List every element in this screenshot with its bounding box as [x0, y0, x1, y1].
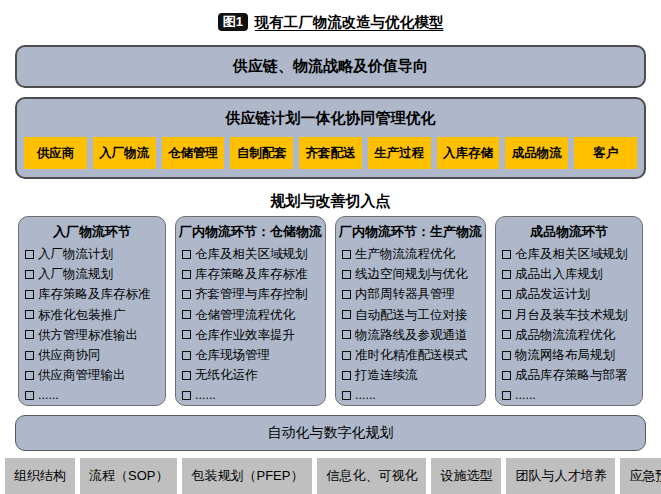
list-item: 库存策略及库存标准: [182, 264, 322, 284]
list-item: ......: [25, 385, 162, 405]
automation-label: 自动化与数字化规划: [268, 424, 394, 442]
square-bullet-icon: [342, 330, 351, 339]
list-item: 内部周转器具管理: [342, 284, 482, 304]
list-item: 生产物流流程优化: [342, 244, 482, 264]
square-bullet-icon: [342, 371, 351, 380]
item-label: 成品物流流程优化: [515, 325, 615, 345]
square-bullet-icon: [182, 330, 191, 339]
entry-point-columns: 入厂物流环节 入厂物流计划 入厂物流规划 库存策略及库存标准 标准化包装推广 供…: [15, 216, 646, 406]
square-bullet-icon: [502, 351, 511, 360]
item-label: 物流路线及参观通道: [355, 325, 468, 345]
item-label: 供应商协同: [38, 345, 101, 365]
column-item-list: 生产物流流程优化 线边空间规划与优化 内部周转器具管理 自动配送与工位对接 物流…: [339, 244, 482, 406]
square-bullet-icon: [502, 391, 511, 400]
list-item: ......: [502, 385, 639, 405]
plan-title: 供应链计划一体化协同管理优化: [24, 109, 637, 128]
square-bullet-icon: [25, 351, 34, 360]
square-bullet-icon: [25, 290, 34, 299]
item-label: 月台及装车技术规划: [515, 305, 628, 325]
item-label: 打造连续流: [355, 365, 418, 385]
square-bullet-icon: [182, 270, 191, 279]
item-label: 自动配送与工位对接: [355, 305, 468, 325]
item-label: 标准化包装推广: [38, 305, 126, 325]
chain-step-self-made-kitting: 自制配套: [230, 137, 293, 169]
chain-step-production: 生产过程: [368, 137, 431, 169]
square-bullet-icon: [342, 351, 351, 360]
square-bullet-icon: [182, 290, 191, 299]
list-item: 标准化包装推广: [25, 305, 162, 325]
column-header: 厂内物流环节：生产物流: [339, 223, 482, 241]
column-header: 厂内物流环节：仓储物流: [179, 223, 322, 241]
item-label: 线边空间规划与优化: [355, 264, 468, 284]
column-inbound-logistics: 入厂物流环节 入厂物流计划 入厂物流规划 库存策略及库存标准 标准化包装推广 供…: [18, 216, 166, 406]
chain-step-finished-logistics: 成品物流: [505, 137, 568, 169]
strategy-label: 供应链、物流战略及价值导向: [233, 57, 428, 76]
item-label: 库存策略及库存标准: [195, 264, 308, 284]
square-bullet-icon: [182, 371, 191, 380]
list-item: 物流网络布局规划: [502, 345, 639, 365]
square-bullet-icon: [25, 310, 34, 319]
list-item: 仓库及相关区域规划: [502, 244, 639, 264]
item-label: ......: [515, 385, 536, 405]
square-bullet-icon: [182, 310, 191, 319]
square-bullet-icon: [502, 270, 511, 279]
item-label: 仓库及相关区域规划: [515, 244, 628, 264]
foundation-org-structure: 组织结构: [5, 458, 75, 494]
square-bullet-icon: [342, 310, 351, 319]
square-bullet-icon: [502, 250, 511, 259]
square-bullet-icon: [502, 310, 511, 319]
column-item-list: 仓库及相关区域规划 成品出入库规划 成品发运计划 月台及装车技术规划 成品物流流…: [499, 244, 639, 406]
list-item: 仓库现场管理: [182, 345, 322, 365]
figure-title-row: 图1 现有工厂物流改造与优化模型: [0, 0, 661, 34]
list-item: 供方管理标准输出: [25, 325, 162, 345]
square-bullet-icon: [25, 250, 34, 259]
square-bullet-icon: [342, 270, 351, 279]
square-bullet-icon: [342, 290, 351, 299]
item-label: 库存策略及库存标准: [38, 284, 151, 304]
list-item: 成品物流流程优化: [502, 325, 639, 345]
diagram-body: 供应链、物流战略及价值导向 供应链计划一体化协同管理优化 供应商 入厂物流 仓储…: [0, 45, 661, 451]
foundation-emergency-plan: 应急预案: [620, 458, 661, 494]
automation-box: 自动化与数字化规划: [15, 415, 646, 451]
strategy-box: 供应链、物流战略及价值导向: [15, 45, 646, 88]
column-header: 成品物流环节: [499, 223, 639, 241]
chain-step-warehouse-mgmt: 仓储管理: [162, 137, 225, 169]
item-label: 无纸化运作: [195, 365, 258, 385]
list-item: 库存策略及库存标准: [25, 284, 162, 304]
list-item: 成品库存策略与部署: [502, 365, 639, 385]
square-bullet-icon: [182, 250, 191, 259]
column-warehouse-logistics: 厂内物流环节：仓储物流 仓库及相关区域规划 库存策略及库存标准 齐套管理与库存控…: [175, 216, 326, 406]
chain-step-inbound-storage: 入库存储: [437, 137, 500, 169]
list-item: 供应商管理输出: [25, 365, 162, 385]
foundation-packaging-pfep: 包装规划（PFEP）: [182, 458, 312, 494]
list-item: 仓库作业效率提升: [182, 325, 322, 345]
square-bullet-icon: [502, 290, 511, 299]
list-item: ......: [342, 385, 482, 405]
foundation-team-talent: 团队与人才培养: [506, 458, 615, 494]
item-label: 仓库作业效率提升: [195, 325, 295, 345]
item-label: 仓库及相关区域规划: [195, 244, 308, 264]
item-label: ......: [195, 385, 216, 405]
item-label: 物流网络布局规划: [515, 345, 615, 365]
item-label: 入厂物流规划: [38, 264, 113, 284]
foundation-facility-selection: 设施选型: [431, 458, 501, 494]
item-label: 生产物流流程优化: [355, 244, 455, 264]
item-label: ......: [355, 385, 376, 405]
chain-step-kit-delivery: 齐套配送: [299, 137, 362, 169]
list-item: 物流路线及参观通道: [342, 325, 482, 345]
foundation-process-sop: 流程（SOP）: [80, 458, 177, 494]
item-label: 内部周转器具管理: [355, 284, 455, 304]
list-item: 成品出入库规划: [502, 264, 639, 284]
item-label: 供方管理标准输出: [38, 325, 138, 345]
figure-number-badge: 图1: [218, 13, 248, 31]
item-label: 供应商管理输出: [38, 365, 126, 385]
foundation-row: 组织结构 流程（SOP） 包装规划（PFEP） 信息化、可视化 设施选型 团队与…: [5, 458, 656, 494]
square-bullet-icon: [25, 330, 34, 339]
list-item: 齐套管理与库存控制: [182, 284, 322, 304]
foundation-informatization: 信息化、可视化: [317, 458, 426, 494]
square-bullet-icon: [25, 270, 34, 279]
chain-row: 供应商 入厂物流 仓储管理 自制配套 齐套配送 生产过程 入库存储 成品物流 客…: [24, 137, 637, 169]
square-bullet-icon: [25, 391, 34, 400]
list-item: 线边空间规划与优化: [342, 264, 482, 284]
chain-step-supplier: 供应商: [24, 137, 87, 169]
